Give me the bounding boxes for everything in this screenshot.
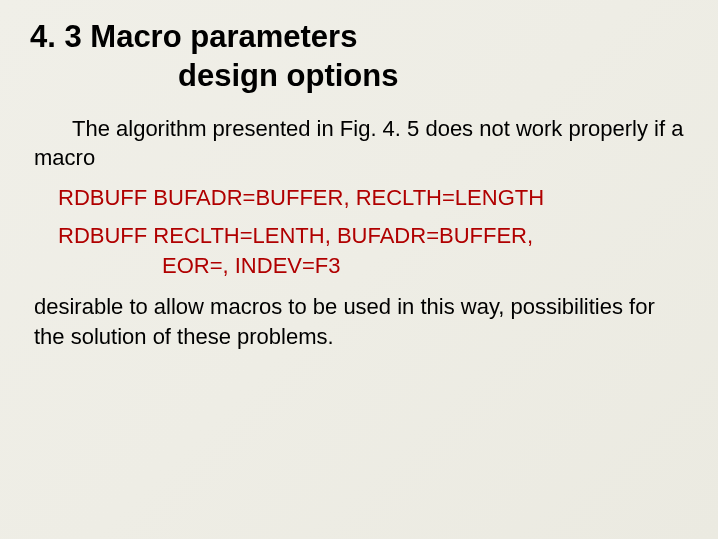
macro-example-2-line1: RDBUFF RECLTH=LENTH, BUFADR=BUFFER, <box>58 223 533 248</box>
macro-example-1: RDBUFF BUFADR=BUFFER, RECLTH=LENGTH <box>30 183 688 213</box>
paragraph-intro: The algorithm presented in Fig. 4. 5 doe… <box>30 114 688 173</box>
heading-line-2: design options <box>30 57 688 96</box>
heading-line-1: 4. 3 Macro parameters <box>30 18 688 57</box>
paragraph-intro-text: The algorithm presented in Fig. 4. 5 doe… <box>34 116 683 171</box>
slide-content: 4. 3 Macro parameters design options The… <box>0 0 718 372</box>
paragraph-conclusion: desirable to allow macros to be used in … <box>30 292 688 351</box>
macro-example-2: RDBUFF RECLTH=LENTH, BUFADR=BUFFER, EOR=… <box>30 221 688 283</box>
section-heading: 4. 3 Macro parameters design options <box>30 18 688 96</box>
macro-example-2-line2: EOR=, INDEV=F3 <box>58 251 688 282</box>
